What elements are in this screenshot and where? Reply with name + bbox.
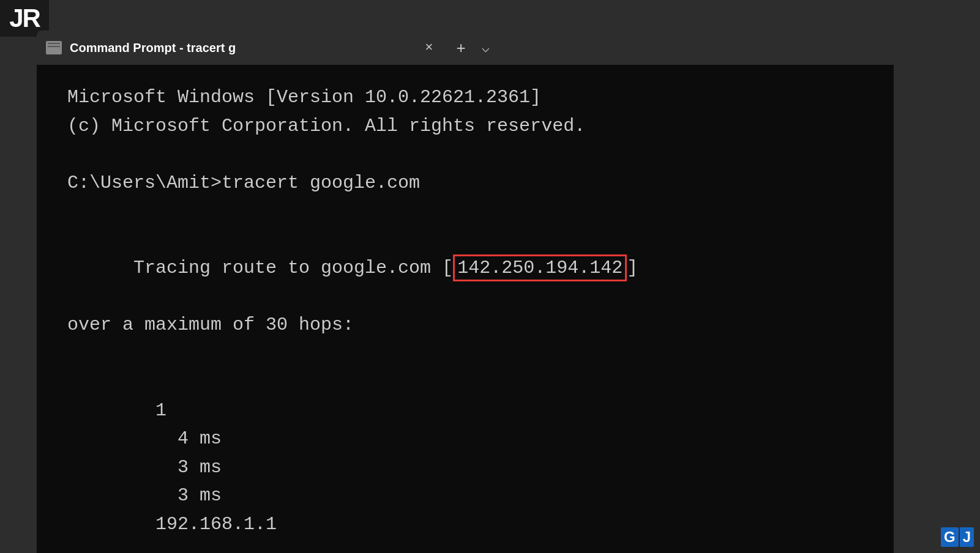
hop-row-1: 1 4 ms 3 ms 3 ms 192.168.1.1 (67, 368, 863, 553)
hop1-ip: 192.168.1.1 (133, 514, 277, 535)
terminal-empty-3 (67, 340, 863, 368)
terminal-titlebar: Command Prompt - tracert g × + ⌵ (37, 31, 502, 65)
terminal-line-6: Tracing route to google.com [142.250.194… (67, 226, 863, 311)
close-button[interactable]: × (420, 38, 438, 58)
watermark-j: J (960, 527, 974, 547)
cmd-icon (44, 38, 64, 58)
hop1-ms1: 4 ms (133, 428, 222, 449)
terminal-empty-2 (67, 197, 863, 226)
dropdown-button[interactable]: ⌵ (477, 37, 495, 59)
hop1-num: 1 (133, 400, 166, 421)
new-tab-button[interactable]: + (451, 37, 472, 59)
terminal-line-4: C:\Users\Amit>tracert google.com (67, 169, 863, 198)
tab-title: Command Prompt - tracert g (70, 41, 420, 55)
tracing-suffix: ] (627, 258, 638, 278)
terminal-line-1: Microsoft Windows [Version 10.0.22621.23… (67, 83, 863, 112)
ip-address-highlight: 142.250.194.142 (453, 254, 627, 281)
hop1-ms2: 3 ms (133, 457, 222, 478)
watermark: G J (941, 527, 974, 547)
watermark-g: G (941, 527, 959, 547)
logo-text: JR (9, 4, 40, 33)
terminal-empty-1 (67, 140, 863, 169)
tracing-prefix: Tracing route to google.com [ (133, 258, 453, 278)
terminal-content: Microsoft Windows [Version 10.0.22621.23… (37, 65, 894, 553)
titlebar-buttons: + ⌵ (451, 37, 495, 59)
hop1-ms3: 3 ms (133, 485, 222, 506)
background: JR Command Prompt - tracert g × + ⌵ Micr… (0, 0, 980, 553)
terminal-line-7: over a maximum of 30 hops: (67, 311, 863, 340)
terminal-line-2: (c) Microsoft Corporation. All rights re… (67, 112, 863, 141)
